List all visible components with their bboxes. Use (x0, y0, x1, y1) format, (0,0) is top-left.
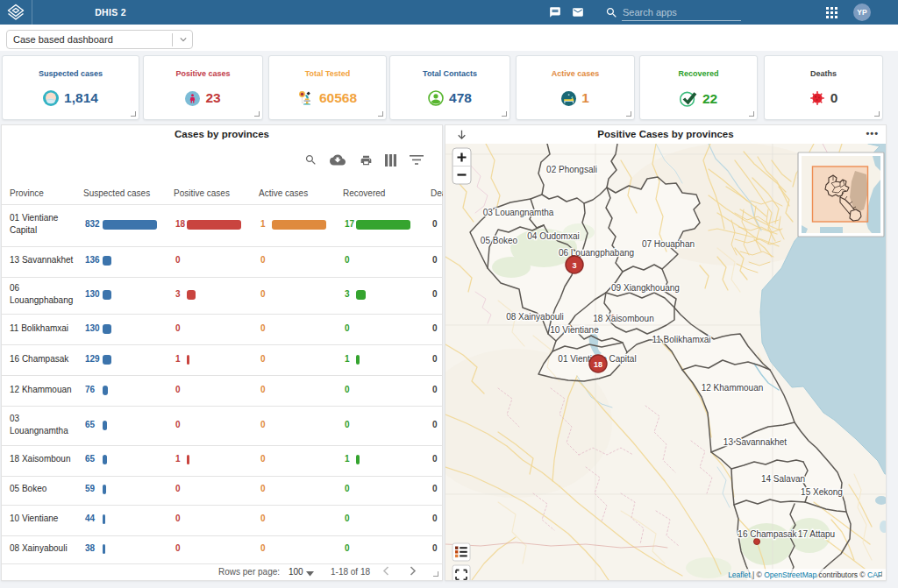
svg-text:14 Salavan: 14 Salavan (761, 474, 805, 484)
svg-text:04 Oudomxai: 04 Oudomxai (527, 231, 579, 241)
svg-text:05 Bokeo: 05 Bokeo (481, 236, 518, 245)
svg-text:17 Attapu: 17 Attapu (798, 529, 835, 539)
svg-text:13 Savannakhet: 13 Savannakhet (723, 437, 788, 447)
svg-text:02 Phongsali: 02 Phongsali (546, 165, 597, 174)
svg-text:08 Xainyabouli: 08 Xainyabouli (506, 312, 564, 322)
svg-text:11 Bolikhamxai: 11 Bolikhamxai (652, 335, 710, 344)
svg-text:12 Khammouan: 12 Khammouan (702, 383, 764, 393)
svg-text:18 Xaisomboun: 18 Xaisomboun (593, 314, 654, 323)
svg-text:07 Houaphan: 07 Houaphan (642, 239, 695, 249)
svg-text:Leaflet | © OpenStreetMap cont: Leaflet | © OpenStreetMap contributors ©… (728, 570, 882, 579)
svg-text:16 Champasak: 16 Champasak (738, 529, 797, 539)
svg-text:18: 18 (594, 360, 602, 369)
svg-text:15 Xekong: 15 Xekong (801, 487, 843, 497)
svg-text:10 Vientiane: 10 Vientiane (550, 325, 599, 335)
svg-text:09 Xiangkhouang: 09 Xiangkhouang (611, 283, 680, 293)
svg-text:3: 3 (572, 261, 576, 270)
svg-text:06 Louangphabang: 06 Louangphabang (559, 248, 634, 258)
svg-text:03 Louangnamtha: 03 Louangnamtha (483, 208, 554, 217)
